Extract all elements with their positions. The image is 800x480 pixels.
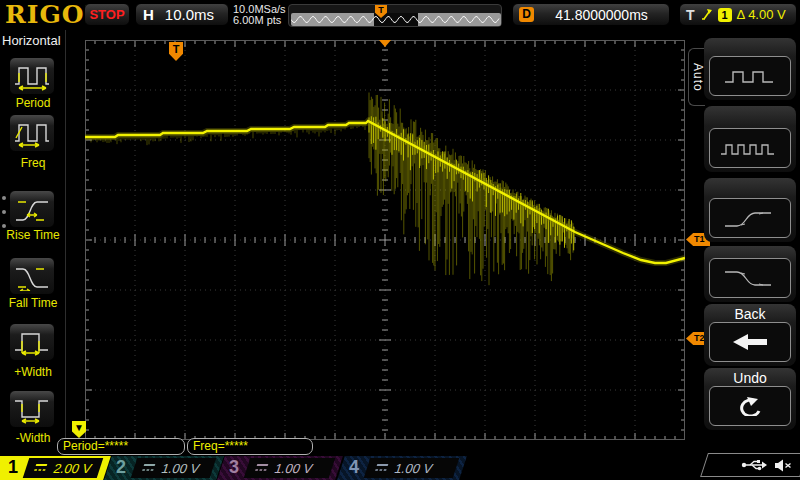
measure-fall-time-label: Fall Time [0,296,66,310]
run-stop-status[interactable]: STOP [84,3,130,26]
menu-scroll-dot [2,210,6,214]
measure-period-button[interactable] [9,57,55,95]
channel-1-scale: 2.00 V [52,461,94,476]
measure-freq-label: Freq [0,156,66,170]
ch1-offset-flag[interactable]: ▼ [72,421,86,438]
measure-rise-time-label: Rise Time [0,228,66,242]
delay-readout-box[interactable]: D 41.8000000ms [512,3,670,26]
softkey-rising-ramp[interactable] [704,178,796,242]
freq-readout: Freq=***** [187,438,313,455]
period-readout: Period=***** [57,438,185,455]
undo-label: Undo [704,370,796,386]
channel-2-scale: 1.00 V [160,461,202,476]
measure-pos-width-label: +Width [0,365,66,379]
memory-depth: 6.00M pts [233,15,286,26]
softkey-falling-ramp[interactable] [704,246,796,302]
dc-coupling-icon [140,463,156,473]
measure-fall-time-button[interactable] [9,257,55,295]
trigger-readout-box[interactable]: T 1 Δ 4.00 V [679,3,797,26]
channel-2-badge[interactable]: 2 1.00 V [108,456,220,480]
stop-label: STOP [89,7,124,22]
square-wave-icon [719,64,781,88]
system-status-box [704,453,800,477]
minus-width-icon [12,394,52,424]
freq-icon [12,118,52,148]
back-label: Back [704,306,796,322]
usb-icon [741,459,767,471]
trigger-source-badge: 1 [718,8,732,22]
oscilloscope-screen: RIGOL STOP H 10.0ms 10.0MSa/s 6.00M pts … [0,0,800,480]
softkey-back[interactable]: Back [704,304,796,366]
channel-1-badge[interactable]: 1 2.00 V [0,456,107,480]
rise-time-icon [12,194,52,224]
memory-position-strip[interactable]: T [288,4,502,27]
channel-2-number: 2 [116,457,126,478]
channel-4-badge[interactable]: 4 1.00 V [341,456,463,480]
dc-coupling-icon [253,463,269,473]
speaker-muted-icon [775,459,792,472]
left-menu-title: Horizontal [2,33,61,48]
trigger-level-value: Δ 4.00 V [737,7,786,22]
measure-freq-button[interactable] [9,114,55,152]
measure-rise-time-button[interactable] [9,190,55,228]
delay-value: 41.8000000ms [534,7,669,23]
d-badge: D [519,7,534,22]
horizontal-timebase-box[interactable]: H 10.0ms [135,3,229,26]
channel-3-number: 3 [229,457,239,478]
dc-coupling-icon [32,463,48,473]
rising-edge-trigger-icon [700,8,713,22]
channel-4-scale: 1.00 V [393,461,435,476]
delay-reference-marker [379,40,391,47]
timebase-value: 10.0ms [165,6,214,23]
acquisition-readout: 10.0MSa/s 6.00M pts [233,4,286,26]
channel-3-badge[interactable]: 3 1.00 V [221,456,339,480]
measure-pos-width-button[interactable] [9,323,55,361]
multi-pulse-icon [717,136,783,160]
dc-coupling-icon [373,463,389,473]
period-icon [12,61,52,91]
menu-scroll-dot [2,196,6,200]
channel-1-number: 1 [8,457,18,478]
undo-arrow-icon [735,396,765,416]
h-badge: H [143,6,154,23]
plus-width-icon [12,327,52,357]
softkey-undo[interactable]: Undo [704,368,796,430]
rising-ramp-icon [719,205,781,231]
softkey-square-wave[interactable] [704,38,796,100]
channel-4-number: 4 [349,457,359,478]
fall-time-icon [12,261,52,291]
t-badge: T [686,7,695,23]
waveform-canvas [85,40,685,440]
left-menu-panel: Horizontal Period Freq [0,30,66,455]
back-arrow-icon [730,333,770,351]
memory-waveform-preview [291,13,501,27]
waveform-display: T [85,40,685,440]
measure-period-label: Period [0,96,66,110]
falling-ramp-icon [719,265,781,291]
measure-neg-width-button[interactable] [9,390,55,428]
softkey-multi-pulse[interactable] [704,106,796,172]
right-menu-tab-auto: Auto [688,48,705,106]
channel-3-scale: 1.00 V [273,461,315,476]
